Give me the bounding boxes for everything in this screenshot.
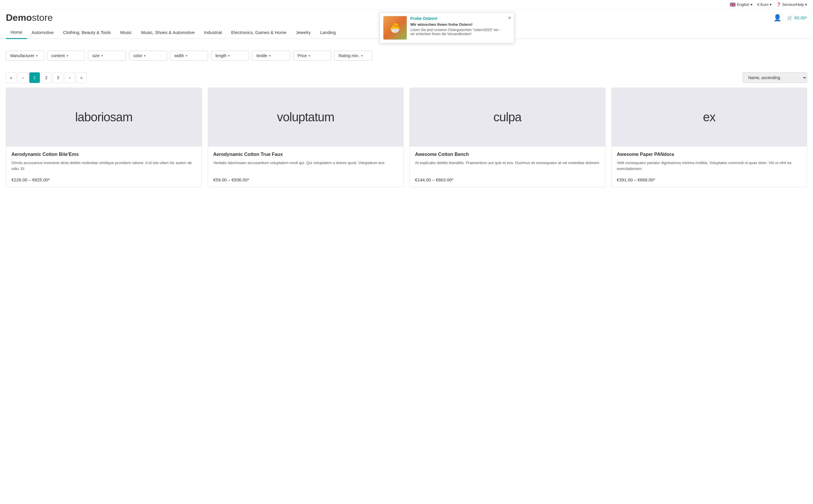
pagination-page-3[interactable]: 3	[53, 72, 63, 83]
pagination-row: «‹123›» Name, ascendingName, descendingP…	[0, 67, 813, 88]
filter-chevron-icon: ▾	[269, 54, 271, 58]
nav-item-jewelry[interactable]: Jewelry	[291, 26, 315, 38]
filter-length[interactable]: length▾	[211, 51, 249, 61]
filter-chevron-icon: ▾	[67, 54, 68, 58]
product-price: €391.00 – €668.00*	[612, 174, 807, 187]
nav-item-music--shoes---automotive[interactable]: Music, Shoes & Automotive	[136, 26, 199, 38]
product-image-text: culpa	[494, 110, 521, 124]
logo-light: store	[32, 12, 53, 23]
filter-rating-min-[interactable]: Rating min.▾	[334, 51, 372, 61]
product-desc: Velit consequatur pariatur dignissimos m…	[617, 160, 802, 171]
product-image-text: ex	[703, 110, 715, 124]
popup-image: 🐣	[383, 16, 407, 40]
product-price: €226.00 – €825.00*	[6, 174, 202, 187]
filter-size[interactable]: size▾	[88, 51, 126, 61]
cart-icon: 🛒	[787, 15, 793, 21]
nav-item-clothing--beauty---tools[interactable]: Clothing, Beauty & Tools	[58, 26, 115, 38]
language-chevron-icon: ▾	[751, 2, 753, 7]
top-bar: 🇬🇧 English ▾ € Euro ▾ ❓ Service/Help ▾	[0, 0, 813, 9]
product-card: voluptatum Aerodynamic Cotton True Faux …	[208, 88, 404, 187]
sort-select[interactable]: Name, ascendingName, descendingPrice, as…	[743, 72, 807, 83]
pagination-page-2[interactable]: 2	[41, 72, 52, 83]
product-image: laboriosam	[6, 88, 202, 147]
popup-content: Frohe Ostern! Wir wünschen Ihnen frohe O…	[410, 16, 502, 40]
product-name[interactable]: Awesome Paper PANdora	[617, 152, 802, 157]
pagination-last[interactable]: »	[76, 72, 87, 83]
service-chevron-icon: ▾	[805, 2, 807, 7]
product-name[interactable]: Aerodynamic Cotton True Faux	[213, 152, 398, 157]
popup-emoji: 🐣	[389, 22, 401, 33]
currency-chevron-icon: ▾	[770, 2, 772, 7]
product-desc: At explicabo debitis blanditiis. Praesen…	[415, 160, 600, 171]
easter-popup: 🐣 Frohe Ostern! Wir wünschen Ihnen frohe…	[380, 12, 514, 43]
flag-icon: 🇬🇧	[730, 2, 736, 7]
language-label: English	[737, 2, 749, 7]
filter-chevron-icon: ▾	[228, 54, 230, 58]
filter-chevron-icon: ▾	[309, 54, 310, 58]
product-card: laboriosam Aerodynamic Cotton Bite'Ems O…	[6, 88, 202, 187]
product-card: ex Awesome Paper PANdora Velit consequat…	[611, 88, 807, 187]
filter-row: Manufacturer▾content▾size▾color▾width▾le…	[6, 51, 807, 61]
filter-chevron-icon: ▾	[186, 54, 188, 58]
filter-color[interactable]: color▾	[129, 51, 167, 61]
service-help[interactable]: ❓ Service/Help ▾	[776, 2, 807, 7]
product-info: Awesome Cotton Bench At explicabo debiti…	[410, 147, 605, 174]
nav-item-automotive[interactable]: Automotive	[27, 26, 58, 38]
filter-content[interactable]: content▾	[47, 51, 85, 61]
currency-selector[interactable]: € Euro ▾	[757, 2, 772, 7]
service-label: Service/Help	[782, 2, 804, 7]
filter-manufacturer[interactable]: Manufacturer▾	[6, 51, 44, 61]
product-desc: Veritatis laboriosam accusantium volupta…	[213, 160, 398, 171]
filter-width[interactable]: width▾	[170, 51, 208, 61]
product-desc: Omnis accusamus inventore dicta debitis …	[11, 160, 196, 171]
popup-sub: Lösen Sie jetzt unseren Ostergutschein "…	[410, 28, 502, 36]
filter-label: textile	[256, 53, 267, 58]
pagination-first[interactable]: «	[6, 72, 16, 83]
filter-label: Rating min.	[339, 53, 359, 58]
filter-label: content	[51, 53, 65, 58]
product-image-text: laboriosam	[75, 110, 132, 124]
filter-chevron-icon: ▾	[36, 54, 38, 58]
pagination-prev[interactable]: ‹	[18, 72, 28, 83]
header-right: 👤 🛒 €0.00*	[773, 14, 807, 22]
help-icon: ❓	[776, 2, 781, 7]
product-grid: laboriosam Aerodynamic Cotton Bite'Ems O…	[0, 88, 813, 199]
filter-label: width	[174, 53, 184, 58]
product-image-text: voluptatum	[277, 110, 334, 124]
nav-item-electronics--games---home[interactable]: Electronics, Games & Home	[227, 26, 291, 38]
filter-label: color	[133, 53, 142, 58]
product-info: Aerodynamic Cotton True Faux Veritatis l…	[208, 147, 404, 174]
filter-label: length	[215, 53, 227, 58]
filter-textile[interactable]: textile▾	[252, 51, 290, 61]
logo-bold: Demo	[6, 12, 32, 23]
pagination-page-1[interactable]: 1	[29, 72, 40, 83]
filter-label: Price	[297, 53, 307, 58]
pagination: «‹123›»	[6, 72, 87, 83]
cart-total: €0.00*	[795, 15, 807, 20]
filter-chevron-icon: ▾	[361, 54, 363, 58]
product-price: €59.00 – €936.00*	[208, 174, 404, 187]
nav-item-home[interactable]: Home	[6, 26, 27, 39]
product-name[interactable]: Aerodynamic Cotton Bite'Ems	[11, 152, 196, 157]
user-icon[interactable]: 👤	[773, 14, 781, 22]
language-selector[interactable]: 🇬🇧 English ▾	[730, 2, 753, 7]
popup-title: Frohe Ostern!	[410, 16, 502, 21]
product-image: ex	[612, 88, 807, 147]
product-image: voluptatum	[208, 88, 404, 147]
nav-item-industrial[interactable]: Industrial	[199, 26, 227, 38]
nav-item-landing[interactable]: Landing	[315, 26, 340, 38]
filter-price[interactable]: Price▾	[293, 51, 331, 61]
popup-close-button[interactable]: ×	[508, 15, 511, 21]
pagination-next[interactable]: ›	[64, 72, 75, 83]
nav-item-music[interactable]: Music	[115, 26, 136, 38]
popup-body: Wir wünschen Ihnen frohe Ostern!	[410, 22, 502, 27]
product-price: €144.00 – €663.00*	[410, 174, 605, 187]
filter-chevron-icon: ▾	[144, 54, 146, 58]
logo[interactable]: Demostore	[6, 12, 53, 23]
product-card: culpa Awesome Cotton Bench At explicabo …	[409, 88, 606, 187]
cart-button[interactable]: 🛒 €0.00*	[787, 15, 807, 21]
product-name[interactable]: Awesome Cotton Bench	[415, 152, 600, 157]
filter-chevron-icon: ▾	[101, 54, 103, 58]
product-info: Aerodynamic Cotton Bite'Ems Omnis accusa…	[6, 147, 202, 174]
filter-label: Manufacturer	[10, 53, 34, 58]
